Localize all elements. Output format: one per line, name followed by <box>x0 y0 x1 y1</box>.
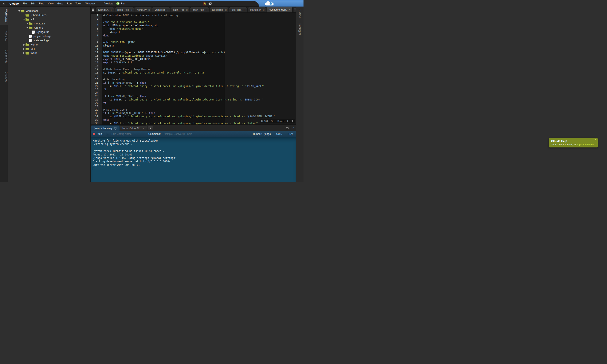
stop-button[interactable]: Stop <box>97 132 102 135</box>
editor-tab[interactable]: user-dirs.× <box>229 7 247 13</box>
close-panel-icon[interactable]: × <box>292 126 294 130</box>
new-console-tab-button[interactable]: + <box>148 126 153 130</box>
settings-gear-icon[interactable] <box>209 2 212 5</box>
tab-close-icon[interactable]: × <box>143 127 145 130</box>
editor-tab-label: home.py <box>137 8 147 11</box>
editor-tab[interactable]: bash - "de× <box>170 7 190 13</box>
tree-item[interactable]: Work <box>8 51 91 55</box>
menu-item-goto[interactable]: Goto <box>55 2 65 5</box>
folder-icon <box>29 22 32 25</box>
editor-tab[interactable]: yarn.lock× <box>152 7 170 13</box>
code-line: 15export DISPLAY=:1.0 <box>91 61 296 65</box>
tree-item[interactable]: metadata <box>8 22 91 26</box>
menu-item-view[interactable]: View <box>46 2 55 5</box>
disclosure-open-icon[interactable] <box>26 27 29 28</box>
sidebar-tab-debugger[interactable]: Debugger <box>298 23 301 35</box>
sidebar-tab-changes[interactable]: Changes <box>0 69 8 85</box>
terminal-line: August 17, 2022 - 22:38:46 <box>93 153 296 156</box>
env-button[interactable]: ENV <box>288 132 293 135</box>
tree-item[interactable]: MH <box>8 47 91 51</box>
tree-item[interactable]: workspace <box>8 9 91 13</box>
disclosure-open-icon[interactable] <box>23 19 26 20</box>
tab-close-icon[interactable]: × <box>111 9 113 11</box>
sidebar-tab-commands[interactable]: Commands <box>0 47 8 66</box>
cwd-button[interactable]: CWD <box>276 132 282 135</box>
disclosure-open-icon[interactable] <box>18 10 21 12</box>
console-tab[interactable]: [New] - Running <box>91 125 120 131</box>
code-line: 25if [ -n "$MENU_ICON" ]; then <box>91 95 296 98</box>
terminal-line <box>93 146 296 150</box>
disclosure-closed-icon[interactable] <box>23 52 26 54</box>
tab-close-icon[interactable]: × <box>167 9 168 11</box>
terminal-line: Starting development server at http://0.… <box>93 160 296 163</box>
tree-item[interactable]: state.settings <box>8 38 91 42</box>
sidebar-tab-navigate[interactable]: Navigate <box>0 28 8 44</box>
editor-tab-label: bash - "de <box>117 8 129 11</box>
stop-icon[interactable] <box>93 133 95 135</box>
editor-tab[interactable]: Django.ru× <box>95 7 114 13</box>
gutter-fold-column <box>99 24 102 27</box>
menu-item-window[interactable]: Window <box>83 2 96 5</box>
editor-tabbar: Django.ru×bash - "de×home.py×yarn.lock×b… <box>91 7 296 13</box>
tab-close-icon[interactable]: × <box>263 9 265 11</box>
line-number: 14 <box>91 58 99 61</box>
spaces-setting[interactable]: Spaces: 4 <box>277 120 288 122</box>
tree-item[interactable]: Home <box>8 42 91 47</box>
cursor-position[interactable]: 47:104 <box>261 120 268 122</box>
editor-tab[interactable]: startup.sh× <box>247 7 266 13</box>
file-icon <box>29 39 32 42</box>
editor-tab[interactable]: configure_deskt× <box>267 7 292 13</box>
menu-item-tools[interactable]: Tools <box>74 2 83 5</box>
menu-item-edit[interactable]: Edit <box>29 2 37 5</box>
cloud9-logo: 9 <box>264 1 277 7</box>
editor-tab[interactable]: bash - "de× <box>190 7 209 13</box>
syntax-mode[interactable]: SH <box>271 120 274 122</box>
tab-list-icon[interactable] <box>92 7 94 12</box>
code-line: 29# Set menu icons <box>91 108 296 112</box>
menu-item-file[interactable]: File <box>21 2 29 5</box>
menu-item-run[interactable]: Run <box>65 2 74 5</box>
sidebar-tab-outline[interactable]: Outline <box>298 10 301 18</box>
tree-item[interactable]: project.settings <box>8 34 91 38</box>
tab-close-icon[interactable]: × <box>186 9 188 11</box>
editor-tab[interactable]: Dockerfile× <box>210 7 229 13</box>
tab-close-icon[interactable]: × <box>206 9 207 11</box>
tab-close-icon[interactable]: × <box>131 9 132 11</box>
menu-item-cloud9[interactable]: Cloud9 <box>8 2 21 5</box>
tab-close-icon[interactable]: × <box>244 9 246 11</box>
editor-tab[interactable]: bash - "de× <box>115 7 134 13</box>
gutter-fold-column <box>99 68 102 71</box>
runner-selector[interactable]: Runner: Django <box>253 132 271 135</box>
tree-item[interactable]: -Shared Files- <box>8 13 91 17</box>
line-number: 27 <box>91 102 99 105</box>
gutter-fold-column <box>99 95 102 98</box>
new-tab-button[interactable]: + <box>294 8 296 12</box>
menu-item-find[interactable]: Find <box>37 2 46 5</box>
console-tabbar: [New] - Runningbash - "cloud9"× + × <box>91 125 296 131</box>
tree-item[interactable]: runners <box>8 26 91 30</box>
sidebar-tab-workspace[interactable]: Workspace <box>0 7 8 25</box>
preview-button[interactable]: Preview <box>99 2 116 5</box>
maximize-panel-icon[interactable] <box>286 127 289 129</box>
collapse-menubar-icon[interactable] <box>2 3 5 4</box>
run-button[interactable]: Run <box>116 2 125 5</box>
run-config-name-input[interactable]: Run Config Name <box>111 132 145 135</box>
tree-item[interactable]: .c9 <box>8 17 91 22</box>
tree-item[interactable]: Django.run <box>8 30 91 34</box>
bug-report-icon[interactable] <box>203 2 206 5</box>
command-input[interactable]: Example: ./server.js --help <box>163 132 253 135</box>
console-tab[interactable]: bash - "cloud9"× <box>120 125 147 131</box>
code-editor[interactable]: 1# Check when DBUS is active and start c… <box>91 13 296 125</box>
disclosure-closed-icon[interactable] <box>23 48 26 50</box>
editor-settings-gear-icon[interactable] <box>291 120 294 122</box>
tab-close-icon[interactable]: × <box>225 9 227 11</box>
disclosure-closed-icon[interactable] <box>26 23 29 25</box>
terminal-output[interactable]: Watching for file changes with StatReloa… <box>91 137 296 182</box>
disclosure-closed-icon[interactable] <box>23 44 26 46</box>
line-number: 3 <box>91 21 99 24</box>
tab-close-icon[interactable]: × <box>148 9 150 11</box>
tab-close-icon[interactable]: × <box>289 8 291 11</box>
gutter-fold-column <box>99 61 102 65</box>
restart-icon[interactable] <box>106 132 108 136</box>
editor-tab[interactable]: home.py× <box>134 7 152 13</box>
